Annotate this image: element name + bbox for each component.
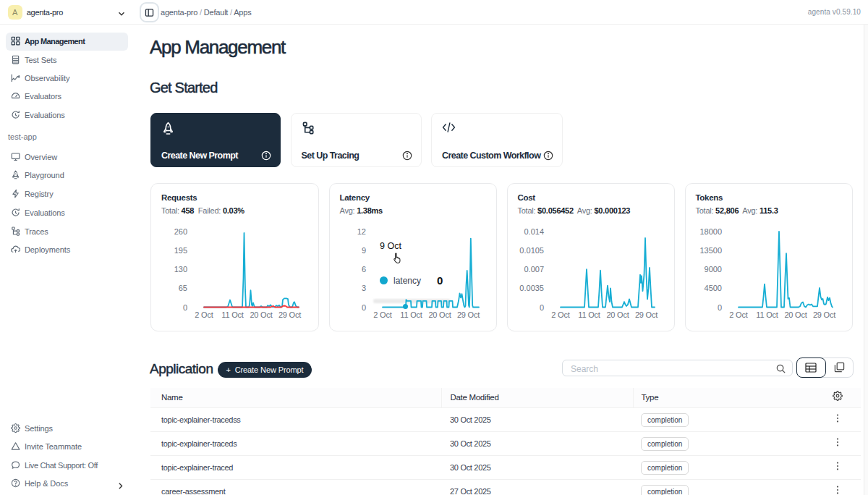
svg-text:2 Oct: 2 Oct (729, 310, 747, 319)
svg-text:0.0035: 0.0035 (519, 284, 544, 292)
svg-text:0: 0 (183, 303, 187, 312)
svg-text:18000: 18000 (699, 227, 722, 236)
svg-text:0.0105: 0.0105 (519, 246, 544, 255)
svg-text:2 Oct: 2 Oct (551, 310, 569, 319)
svg-text:13500: 13500 (699, 246, 722, 255)
svg-text:11 Oct: 11 Oct (221, 310, 244, 319)
svg-text:0.014: 0.014 (524, 227, 544, 236)
svg-text:12: 12 (357, 227, 365, 236)
svg-text:11 Oct: 11 Oct (578, 310, 600, 319)
svg-text:11 Oct: 11 Oct (756, 310, 778, 319)
svg-text:29 Oct: 29 Oct (278, 310, 301, 319)
svg-text:0: 0 (361, 303, 365, 312)
svg-text:2 Oct: 2 Oct (373, 310, 391, 319)
svg-text:20 Oct: 20 Oct (250, 310, 272, 319)
svg-text:130: 130 (174, 265, 187, 274)
svg-text:9000: 9000 (704, 265, 721, 274)
svg-text:0: 0 (539, 303, 543, 312)
svg-text:260: 260 (174, 227, 187, 236)
svg-text:9: 9 (361, 246, 365, 255)
svg-text:4500: 4500 (704, 284, 721, 292)
svg-text:65: 65 (179, 284, 187, 292)
svg-text:6: 6 (361, 265, 365, 274)
svg-text:29 Oct: 29 Oct (456, 310, 479, 319)
svg-text:29 Oct: 29 Oct (812, 310, 835, 319)
svg-text:0: 0 (717, 303, 721, 312)
svg-text:2 Oct: 2 Oct (195, 310, 213, 319)
svg-text:3: 3 (361, 284, 365, 292)
svg-text:20 Oct: 20 Oct (606, 310, 629, 319)
svg-text:0.007: 0.007 (524, 265, 544, 274)
svg-text:195: 195 (174, 246, 187, 255)
svg-text:29 Oct: 29 Oct (634, 310, 657, 319)
svg-text:20 Oct: 20 Oct (428, 310, 451, 319)
svg-text:11 Oct: 11 Oct (400, 310, 422, 319)
svg-text:20 Oct: 20 Oct (784, 310, 807, 319)
